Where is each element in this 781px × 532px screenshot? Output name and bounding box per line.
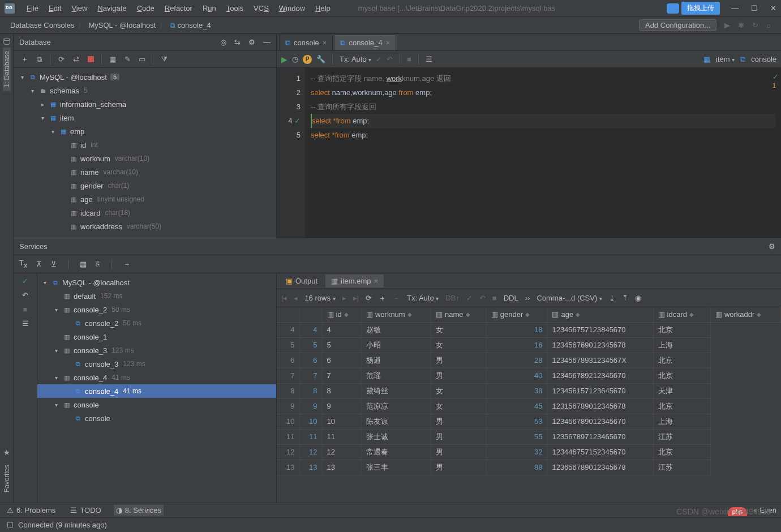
layout-icon[interactable]: ▦ [80, 260, 87, 268]
collapse-icon[interactable]: ⊻ [51, 260, 57, 268]
services-tree[interactable]: ▾⧉MySQL - @localhost▥default152 ms▾▥cons… [37, 273, 276, 532]
stop-icon[interactable]: ■ [492, 294, 497, 302]
undo-icon[interactable]: ↶ [22, 291, 28, 299]
export-icon[interactable]: ⤓ [609, 294, 615, 302]
tree-column-idcard[interactable]: ▥idcardchar(18) [14, 206, 276, 220]
new-icon[interactable]: ＋ [18, 53, 31, 66]
run-icon[interactable]: ▶ [281, 55, 287, 64]
db-icon[interactable]: DB↑ [445, 294, 460, 302]
col-id[interactable]: ▥ id ◆ [322, 307, 361, 322]
col-age[interactable]: ▥ age ◆ [547, 307, 653, 322]
hide-icon[interactable]: — [263, 38, 271, 46]
tab-item-emp[interactable]: ▦ item.emp × [325, 274, 384, 288]
menu-file[interactable]: File [22, 4, 44, 12]
gear-icon[interactable]: ⚙ [769, 242, 775, 251]
tx-combo[interactable]: Tx: Auto ▾ [407, 294, 439, 302]
menu-tools[interactable]: Tools [221, 4, 248, 12]
upload-button[interactable]: 拖拽上传 [681, 2, 720, 15]
schema-combo[interactable]: item ▾ [716, 55, 735, 63]
svc-console[interactable]: ▾▥console [37, 398, 276, 411]
stop-icon[interactable]: ■ [23, 305, 28, 314]
menu-help[interactable]: Help [310, 4, 336, 12]
breadcrumb-item[interactable]: Database Consoles [10, 21, 74, 29]
rows-icon[interactable]: ☰ [22, 319, 29, 328]
tree-datasource[interactable]: ▾⧉MySQL - @localhost5 [14, 70, 276, 84]
tree-column-worknum[interactable]: ▥worknumvarchar(10) [14, 152, 276, 165]
table-row[interactable]: 121212常遇春男32123446757152345670北京 [277, 444, 781, 460]
first-page-icon[interactable]: |◂ [281, 294, 287, 302]
export-format-combo[interactable]: Comma-...d (CSV) ▾ [537, 294, 602, 302]
prev-page-icon[interactable]: ◂ [294, 294, 298, 302]
tree-column-workaddress[interactable]: ▥workaddressvarchar(50) [14, 220, 276, 233]
page-icon[interactable]: ⎘ [96, 260, 100, 268]
table-row[interactable]: 888黛绮丝女38123456157123645670天津 [277, 383, 781, 398]
collapse-icon[interactable]: ⇆ [234, 38, 241, 46]
reload-icon[interactable]: ⟳ [366, 294, 372, 302]
close-icon[interactable]: × [374, 277, 379, 285]
tx-icon[interactable]: Tx [19, 259, 27, 269]
rail-favorites-tab[interactable]: Favorites [3, 461, 11, 496]
svc-MySQL - @localhost[interactable]: ▾⧉MySQL - @localhost [37, 276, 276, 289]
menu-view[interactable]: View [66, 4, 92, 12]
svc-console_4[interactable]: ⧉console_441 ms [37, 384, 276, 398]
more-icon[interactable]: ›› [525, 294, 530, 302]
p-badge-icon[interactable]: P [303, 55, 312, 64]
database-icon[interactable] [3, 37, 11, 45]
tx-mode-combo[interactable]: Tx: Auto ▾ [340, 55, 371, 63]
tab-services[interactable]: ◑8: Services [114, 505, 164, 516]
sync-icon[interactable]: ⇄ [70, 53, 82, 66]
tab-console[interactable]: ⧉ console × [279, 35, 333, 50]
col-worknum[interactable]: ▥ worknum ◆ [361, 307, 431, 322]
expand-icon[interactable]: ⊼ [36, 260, 42, 268]
session-combo[interactable]: console [751, 55, 776, 63]
menu-window[interactable]: Window [274, 4, 310, 12]
breadcrumb-item[interactable]: MySQL - @localhost [88, 21, 156, 29]
stop-icon[interactable] [84, 53, 97, 66]
tree-table-emp[interactable]: ▾▦emp [14, 125, 276, 138]
duplicate-icon[interactable]: ⧉ [33, 53, 45, 66]
tab-console-4[interactable]: ⧉ console_4 × [334, 35, 396, 50]
cloud-icon[interactable] [667, 3, 679, 14]
tree-schemas[interactable]: ▾🖿schemas5 [14, 84, 276, 97]
debug-icon[interactable]: ✱ [738, 21, 744, 29]
close-icon[interactable]: × [323, 38, 327, 47]
table-icon[interactable]: ▦ [106, 53, 119, 66]
commit-icon[interactable]: ✓ [466, 294, 473, 302]
maximize-button[interactable]: ☐ [751, 4, 758, 12]
gear-icon[interactable]: ⚙ [248, 38, 255, 46]
last-page-icon[interactable]: ▸| [353, 294, 359, 302]
tree-schema-item[interactable]: ▾▦item [14, 111, 276, 125]
tree-column-name[interactable]: ▥namevarchar(10) [14, 165, 276, 179]
menu-edit[interactable]: Edit [44, 4, 66, 12]
tree-column-age[interactable]: ▥agetinyint unsigned [14, 192, 276, 206]
view-icon[interactable]: ▭ [136, 53, 148, 66]
tab-output[interactable]: ▣ Output [280, 274, 323, 288]
menu-vcs[interactable]: VCS [248, 4, 274, 12]
add-configuration-combo[interactable]: Add Configuration... [639, 19, 716, 31]
close-button[interactable]: ✕ [770, 4, 776, 12]
table-row[interactable]: 777范瑶男40123456789212345670北京 [277, 368, 781, 383]
table-row[interactable]: 111111张士诚男55123567897123465670江苏 [277, 429, 781, 444]
search-icon[interactable]: ⌕ [766, 21, 771, 29]
history-icon[interactable]: ◷ [292, 55, 298, 63]
explain-icon[interactable]: ☰ [426, 55, 432, 63]
svc-console_2[interactable]: ▾▥console_250 ms [37, 303, 276, 316]
next-page-icon[interactable]: ▸ [342, 294, 346, 302]
table-row[interactable]: 666杨逍男2812345678931234567X北京 [277, 353, 781, 368]
result-grid[interactable]: ▥ id ◆▥ worknum ◆▥ name ◆▥ gender ◆▥ age… [277, 307, 781, 532]
table-row[interactable]: 444赵敏女18123456757123845670北京 [277, 322, 781, 337]
close-icon[interactable]: × [386, 38, 390, 47]
eye-icon[interactable]: ◉ [635, 294, 641, 302]
minimize-button[interactable]: — [731, 4, 739, 12]
tab-todo[interactable]: ☰TODO [68, 505, 103, 516]
filter-icon[interactable]: ⧩ [158, 53, 170, 66]
code-editor[interactable]: 1234 ✓5 -- 查询指定字段 name, workknum,age 返回s… [277, 68, 781, 238]
database-tree[interactable]: ▾⧉MySQL - @localhost5▾🖿schemas5▸▦informa… [14, 68, 276, 238]
menu-run[interactable]: Run [198, 4, 221, 12]
svc-console_3[interactable]: ▾▥console_3123 ms [37, 344, 276, 357]
col-workaddr[interactable]: ▥ workaddr ◆ [710, 307, 780, 322]
ddl-button[interactable]: DDL [504, 294, 518, 302]
refresh-icon[interactable]: ⟳ [55, 53, 67, 66]
tree-schema-information[interactable]: ▸▦information_schema [14, 97, 276, 111]
svc-console_1[interactable]: ▥console_1 [37, 330, 276, 344]
